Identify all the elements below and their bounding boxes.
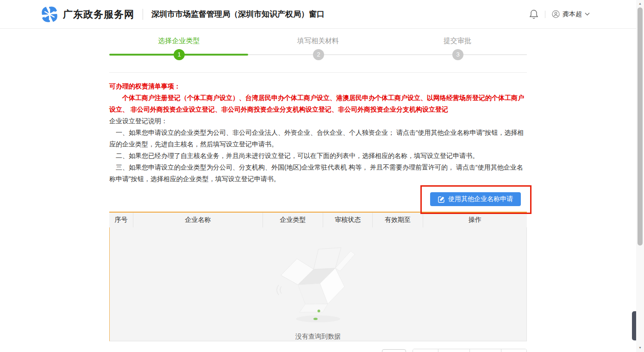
- section-divider: [109, 72, 527, 73]
- notification-bell-icon[interactable]: [529, 9, 538, 19]
- notice-red-title: 可办理的权责清单事项：: [109, 81, 527, 92]
- next-page-button[interactable]: 下一页: [470, 349, 501, 352]
- edit-icon: [438, 196, 445, 203]
- user-menu[interactable]: 龚本超: [552, 10, 590, 19]
- last-page-button[interactable]: 尾页: [501, 349, 526, 352]
- step-wizard: 选择企业类型 填写相关材料 提交审批 1 2 3: [109, 29, 527, 73]
- col-header-index: 序号: [109, 213, 133, 227]
- vertical-scrollbar[interactable]: ▲ ▼: [636, 0, 644, 352]
- main-content: 选择企业类型 填写相关材料 提交审批 1 2 3 可办理的权责清单事项： 个体工…: [109, 29, 527, 352]
- results-table: 序号 企业名称 企业类型 审核状态 有效期至 操作: [109, 212, 527, 341]
- page-size-select[interactable]: 10 ▼: [382, 349, 406, 352]
- page: 广东政务服务网 深圳市市场监督管理局（深圳市知识产权局）窗口 龚本超: [0, 0, 636, 352]
- scrollbar-thumb[interactable]: [638, 7, 643, 245]
- step-track: 1 2 3: [109, 49, 527, 60]
- side-panel-handle[interactable]: [632, 311, 636, 340]
- chevron-down-icon: [585, 13, 590, 16]
- use-other-name-button-label: 使用其他企业名称申请: [448, 195, 513, 203]
- step-3-circle: 3: [452, 49, 463, 60]
- first-page-button[interactable]: 首页: [413, 349, 438, 352]
- scrollbar-up-arrow[interactable]: ▲: [636, 0, 644, 7]
- step-1-circle: 1: [174, 49, 185, 60]
- top-header: 广东政务服务网 深圳市市场监督管理局（深圳市知识产权局）窗口 龚本超: [0, 0, 636, 29]
- table-footer: 记录数为0 10 ▼ 首页 上一页 下一页 尾页: [109, 349, 527, 352]
- prev-page-button[interactable]: 上一页: [438, 349, 470, 352]
- step-2-label: 填写相关材料: [249, 36, 388, 45]
- scrollbar-down-arrow[interactable]: ▼: [636, 344, 644, 351]
- header-left: 广东政务服务网 深圳市市场监督管理局（深圳市知识产权局）窗口: [41, 6, 325, 23]
- notice-item-1: 一、如果您申请设立的企业类型为公司、非公司企业法人、外资企业、合伙企业、个人独资…: [109, 127, 527, 150]
- user-avatar-icon: [552, 10, 560, 18]
- col-header-company-type: 企业类型: [263, 213, 323, 227]
- page-button-group: 首页 上一页 下一页 尾页: [413, 349, 527, 352]
- empty-box-shadow: [296, 315, 340, 322]
- header-right-divider: [545, 11, 545, 18]
- step-1-label: 选择企业类型: [109, 36, 249, 45]
- user-name: 龚本超: [563, 10, 582, 19]
- action-row: 使用其他企业名称申请: [109, 192, 527, 206]
- col-header-actions: 操作: [423, 213, 527, 227]
- window-title: 深圳市市场监督管理局（深圳市知识产权局）窗口: [151, 9, 325, 19]
- header-right: 龚本超: [529, 9, 590, 19]
- notice-red-body: 个体工商户注册登记（个体工商户设立）、台湾居民申办个体工商户设立、港澳居民申办个…: [109, 92, 527, 115]
- step-3-label: 提交审批: [388, 36, 527, 45]
- header-divider: [143, 9, 143, 20]
- col-header-review-status: 审核状态: [323, 213, 373, 227]
- notice-desc-title: 企业设立登记说明：: [109, 115, 527, 127]
- table-header-row: 序号 企业名称 企业类型 审核状态 有效期至 操作: [109, 213, 527, 227]
- empty-box-icon: [267, 240, 369, 314]
- notice-item-2: 二、如果您已经办理了自主核名业务，并且尚未进行设立登记，可以在下面的列表中，选择…: [109, 150, 527, 162]
- notice-block: 可办理的权责清单事项： 个体工商户注册登记（个体工商户设立）、台湾居民申办个体工…: [109, 81, 527, 185]
- gdzwfw-logo-icon[interactable]: [41, 6, 58, 23]
- col-header-valid-until: 有效期至: [373, 213, 423, 227]
- green-dot: [313, 318, 318, 320]
- use-other-name-button[interactable]: 使用其他企业名称申请: [430, 192, 521, 206]
- col-header-company-name: 企业名称: [133, 213, 263, 227]
- table-empty-state: 没有查询到数据: [109, 227, 527, 341]
- notice-item-3: 三、如果您申请设立的企业类型为分公司、分支机构、外国(地区)企业常驻代表机 构等…: [109, 162, 527, 185]
- empty-text: 没有查询到数据: [295, 333, 341, 341]
- step-2-circle: 2: [313, 49, 324, 60]
- pagination: 10 ▼ 首页 上一页 下一页 尾页: [382, 349, 527, 352]
- site-brand[interactable]: 广东政务服务网: [63, 8, 134, 21]
